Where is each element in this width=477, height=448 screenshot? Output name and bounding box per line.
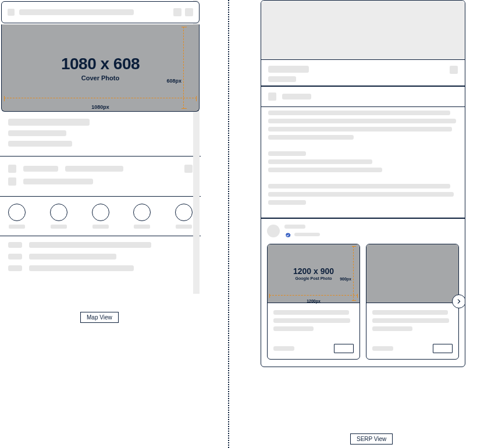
meta-text [273,346,294,351]
width-label: 1080px [91,104,109,110]
info-text [23,166,58,172]
detail-text [29,242,151,248]
cover-dimensions-text: 1080 x 608 [61,55,140,73]
text-line [268,168,382,172]
post-author-row [267,225,459,238]
action-label [51,225,67,229]
text-line [268,192,454,197]
detail-icon [8,242,22,248]
action-label [176,225,192,229]
meta-placeholder [8,141,72,147]
post-body [366,303,458,359]
detail-icon [8,265,22,271]
post-carousel: 1200 x 900 Google Post Photo 900px 1200p… [267,244,459,360]
horizontal-dimension-line [4,98,197,98]
verified-badge-icon [284,231,291,238]
vertical-divider [228,0,229,448]
search-icon [173,8,181,16]
post-body [268,303,359,359]
title-placeholder [8,119,90,126]
action-label [134,225,150,229]
action-label [92,225,109,229]
detail-text [29,265,134,271]
post-cta-button[interactable] [334,344,354,353]
post-photo-spec: 1200 x 900 Google Post Photo 900px 1200p… [268,244,359,303]
action-circle-icon [92,204,109,221]
posts-section: 1200 x 900 Google Post Photo 900px 1200p… [261,219,465,367]
post-photo-placeholder [366,244,458,303]
text-line [372,310,448,315]
section-label [282,94,311,99]
info-icon [8,165,16,173]
serp-hero-image [261,1,465,60]
info-section [0,156,201,197]
info-text [65,166,123,172]
close-icon [185,8,193,16]
action-item[interactable] [50,204,67,229]
action-buttons-row [0,197,201,236]
info-icon [8,177,16,186]
action-item[interactable] [133,204,151,229]
action-circle-icon [175,204,193,221]
details-section [0,236,201,287]
serp-subtitle [268,76,296,82]
text-line [268,119,456,123]
text-line [268,111,450,115]
horizontal-dimension-line [269,295,358,296]
section-header [261,87,465,106]
action-icon [184,165,193,173]
text-line [273,310,349,315]
text-line [372,318,449,323]
text-line [372,326,412,331]
search-input-placeholder [19,9,134,15]
action-item[interactable] [175,204,193,229]
author-name [284,225,305,229]
section-icon [268,93,276,101]
meta-text [372,346,393,351]
text-line [268,151,306,156]
search-bar[interactable] [1,1,200,23]
serp-title [268,66,309,73]
post-cta-button[interactable] [433,344,453,353]
map-view-label: Map View [80,312,119,323]
text-line [268,184,450,189]
carousel-next-button[interactable] [452,294,465,308]
serp-body [261,107,465,218]
post-card[interactable]: 1200 x 900 Google Post Photo 900px 1200p… [267,244,360,360]
action-circle-icon [8,204,26,221]
post-dimensions-text: 1200 x 900 [293,266,334,276]
chevron-right-icon [457,299,461,304]
business-header [0,112,201,156]
menu-icon [8,9,15,16]
map-view-panel: 1080 x 608 Cover Photo 608px 1080px [0,0,201,287]
action-circle-icon [133,204,151,221]
detail-icon [8,254,22,259]
text-line [268,200,306,205]
post-meta [294,233,320,236]
vertical-dimension-line [353,246,354,301]
text-line [273,326,314,331]
action-item[interactable] [92,204,109,229]
subtitle-placeholder [8,130,66,136]
serp-card: 1200 x 900 Google Post Photo 900px 1200p… [261,0,465,367]
text-line [268,159,372,164]
vertical-dimension-line [183,27,184,109]
text-line [273,318,350,323]
action-circle-icon [50,204,67,221]
avatar [267,225,280,237]
action-label [9,225,25,229]
detail-text [29,254,116,259]
text-line [268,135,354,140]
height-label: 608px [166,78,181,84]
options-icon [450,66,458,74]
serp-view-label: SERP View [350,433,393,445]
width-label: 1200px [307,299,321,303]
action-item[interactable] [8,204,26,229]
serp-title-row [261,60,465,86]
cover-subtitle: Cover Photo [81,74,119,81]
serp-view-panel: 1200 x 900 Google Post Photo 900px 1200p… [261,0,465,367]
info-text [23,179,93,184]
cover-photo-spec: 1080 x 608 Cover Photo 608px 1080px [1,24,200,112]
post-card[interactable] [366,244,459,360]
height-label: 900px [340,277,351,281]
